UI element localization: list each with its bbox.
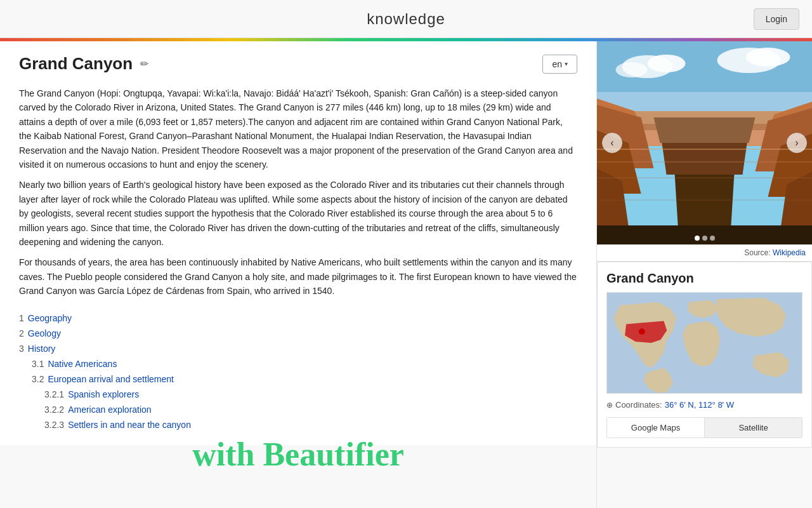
svg-marker-20 (654, 117, 756, 143)
toc-link[interactable]: Native Americans (48, 359, 117, 369)
svg-point-4 (616, 62, 648, 77)
svg-rect-25 (597, 225, 812, 244)
edit-icon[interactable]: ✏ (140, 58, 148, 70)
lang-code: en (552, 59, 562, 69)
map-buttons: Google Maps Satellite (606, 417, 802, 438)
toc-link[interactable]: Geology (28, 328, 61, 338)
carousel-next-button[interactable]: › (787, 133, 807, 153)
toc-item: 2Geology (19, 326, 577, 341)
carousel-dot-2[interactable] (702, 236, 707, 241)
source-label: Source: (744, 248, 770, 257)
carousel-dots (695, 236, 715, 241)
right-sidebar: ‹ › Source: Wikipedia Grand Canyon (596, 41, 812, 508)
toc-link[interactable]: Spanish explorers (68, 389, 139, 399)
toc-item: 3.2.3Settlers in and near the canyon (19, 417, 577, 432)
article-para-2: Nearly two billion years of Earth's geol… (19, 178, 577, 249)
toc-item: 1Geography (19, 311, 577, 326)
svg-point-3 (648, 55, 686, 72)
title-wrap: Grand Canyon ✏ (19, 54, 148, 74)
article-para-1: The Grand Canyon (Hopi: Ongtupqa, Yavapa… (19, 86, 577, 171)
satellite-button[interactable]: Satellite (705, 418, 802, 438)
toc-number: 3.2.2 (44, 404, 64, 415)
toc-item: 3.2.2American exploration (19, 402, 577, 417)
chevron-down-icon: ▾ (565, 60, 568, 67)
toc-number: 3.2 (32, 374, 44, 384)
toc-number: 3 (19, 344, 24, 354)
mini-map (606, 292, 802, 394)
carousel-prev-button[interactable]: ‹ (602, 133, 622, 153)
toc-link[interactable]: Geography (28, 313, 72, 323)
header: knowledge Login (0, 0, 812, 38)
coordinates-row: ⊕ Coordinates: 36° 6′ N, 112° 8′ W (606, 400, 802, 410)
toc-link[interactable]: European arrival and settlement (48, 374, 173, 384)
info-box: Grand Canyon (597, 262, 812, 448)
toc-link[interactable]: Settlers in and near the canyon (68, 420, 191, 430)
coordinates-label: Coordinates: (615, 400, 662, 410)
toc-link[interactable]: American exploration (68, 404, 152, 415)
language-selector[interactable]: en ▾ (542, 55, 577, 74)
coordinates-icon: ⊕ (606, 401, 613, 410)
toc-number: 1 (19, 313, 24, 323)
carousel-dot-3[interactable] (710, 236, 715, 241)
toc-number: 3.2.1 (44, 389, 64, 399)
carousel-dot-1[interactable] (695, 236, 700, 241)
site-logo: knowledge (367, 10, 445, 28)
google-maps-button[interactable]: Google Maps (607, 418, 705, 438)
toc-number: 3.2.3 (44, 420, 64, 430)
coordinates-value[interactable]: 36° 6′ N, 112° 8′ W (665, 400, 734, 410)
page-title: Grand Canyon (19, 54, 133, 74)
login-button[interactable]: Login (754, 8, 799, 30)
toc-item: 3.2.1Spanish explorers (19, 387, 577, 402)
title-row: Grand Canyon ✏ en ▾ (19, 54, 577, 74)
toc-link[interactable]: History (28, 344, 56, 354)
article-body: The Grand Canyon (Hopi: Ongtupqa, Yavapa… (19, 86, 577, 298)
main-layout: Grand Canyon ✏ en ▾ The Grand Canyon (Ho… (0, 41, 812, 508)
svg-point-6 (746, 48, 790, 67)
svg-point-27 (639, 328, 645, 335)
toc-number: 3.1 (32, 359, 44, 369)
toc-number: 2 (19, 328, 24, 338)
source-line: Source: Wikipedia (597, 244, 812, 262)
image-carousel: ‹ › (597, 41, 812, 244)
table-of-contents: 1Geography2Geology3History3.1Native Amer… (19, 311, 577, 432)
article-content: Grand Canyon ✏ en ▾ The Grand Canyon (Ho… (0, 41, 596, 445)
source-link[interactable]: Wikipedia (773, 248, 806, 257)
article-para-3: For thousands of years, the area has bee… (19, 255, 577, 298)
toc-item: 3.1Native Americans (19, 356, 577, 371)
info-box-title: Grand Canyon (606, 271, 802, 286)
toc-item: 3.2European arrival and settlement (19, 371, 577, 387)
toc-item: 3History (19, 341, 577, 356)
